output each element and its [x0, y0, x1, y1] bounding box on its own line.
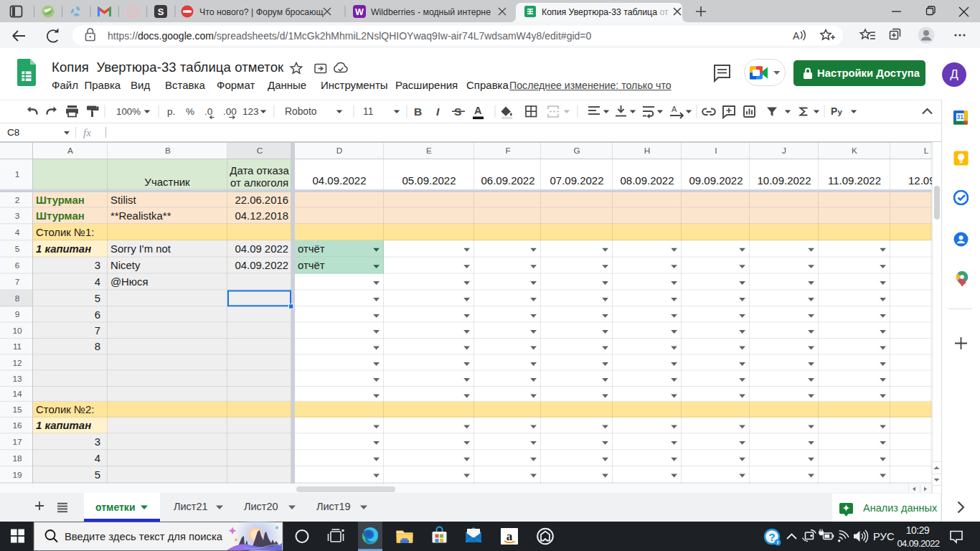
svg-text:Р: Р [831, 106, 837, 117]
svg-text:I: I [715, 146, 717, 156]
svg-text:11.09.2022: 11.09.2022 [828, 174, 881, 187]
svg-text:06.09.2022: 06.09.2022 [481, 174, 534, 187]
svg-text:**Realistka**: **Realistka** [110, 210, 171, 222]
svg-text:Wildberries - модный интерне: Wildberries - модный интерне [371, 7, 491, 17]
svg-text:Копия Увертюра-33 таблица от: Копия Увертюра-33 таблица от [542, 7, 669, 17]
svg-text:C8: C8 [7, 127, 19, 138]
svg-text:Roboto: Roboto [285, 106, 317, 117]
svg-text:H: H [644, 146, 651, 156]
svg-text:04.09.2022: 04.09.2022 [897, 538, 939, 549]
svg-text:8: 8 [15, 293, 20, 303]
svg-text:?: ? [768, 531, 775, 543]
svg-text:4: 4 [95, 276, 100, 288]
svg-text:7: 7 [15, 277, 20, 287]
svg-text:11: 11 [363, 106, 373, 117]
svg-text:K: K [852, 146, 857, 156]
svg-text:Штурман: Штурман [36, 194, 85, 206]
svg-text:B: B [414, 105, 422, 118]
svg-text:G: G [573, 146, 580, 156]
svg-text:S: S [158, 6, 164, 17]
svg-text:6: 6 [15, 260, 20, 270]
svg-text:123: 123 [242, 106, 259, 117]
svg-text:Штурман: Штурман [36, 210, 85, 222]
svg-text:07.09.2022: 07.09.2022 [550, 174, 603, 187]
svg-text:@Нюся: @Нюся [110, 276, 149, 288]
svg-text:A: A [793, 30, 800, 42]
svg-text:РУС: РУС [873, 531, 895, 542]
svg-text:10:29: 10:29 [906, 525, 930, 536]
svg-text:Дата отказа: Дата отказа [230, 164, 289, 176]
svg-text:fx: fx [83, 126, 91, 138]
svg-text:10: 10 [12, 326, 22, 336]
svg-text:18: 18 [12, 453, 22, 463]
svg-text:1: 1 [15, 169, 20, 179]
svg-text:3: 3 [15, 211, 20, 221]
svg-text:16: 16 [12, 420, 22, 430]
svg-text:C: C [257, 146, 263, 156]
svg-text:7: 7 [95, 325, 100, 336]
svg-text:Stilist: Stilist [110, 194, 136, 206]
svg-text:A: A [67, 146, 73, 156]
svg-text:L: L [924, 146, 929, 156]
svg-text:4: 4 [15, 227, 20, 237]
svg-text:I: I [436, 105, 440, 118]
svg-text:Участник: Участник [144, 176, 190, 188]
svg-text:04.12.2018: 04.12.2018 [235, 210, 288, 222]
svg-text:04.09.2022: 04.09.2022 [312, 174, 366, 187]
svg-text:04.09 2022: 04.09 2022 [235, 243, 288, 255]
svg-text:17: 17 [12, 437, 22, 447]
svg-text:A: A [474, 105, 482, 116]
svg-text:%: % [186, 106, 194, 117]
svg-text:Sorry I'm not: Sorry I'm not [110, 243, 171, 255]
svg-text:A: A [672, 105, 677, 113]
svg-text:100%: 100% [116, 106, 141, 117]
svg-text:10.09.2022: 10.09.2022 [757, 174, 811, 187]
svg-text:Что нового? | Форум бросающ: Что нового? | Форум бросающ [199, 7, 324, 17]
svg-text:от алкоголя: от алкоголя [230, 176, 288, 189]
svg-text:9: 9 [15, 309, 20, 319]
svg-text:14: 14 [12, 389, 22, 399]
svg-text:E: E [426, 146, 432, 156]
svg-text:B: B [165, 146, 171, 156]
svg-text:5: 5 [15, 244, 20, 254]
svg-text:1 капитан: 1 капитан [36, 420, 91, 431]
svg-text:отчёт: отчёт [298, 243, 325, 255]
svg-text:D: D [336, 146, 343, 156]
svg-text:Введите здесь текст для поиска: Введите здесь текст для поиска [65, 531, 223, 542]
svg-text:31: 31 [957, 113, 964, 121]
svg-text:04.09.2022: 04.09.2022 [235, 260, 288, 271]
svg-text:6: 6 [95, 309, 100, 321]
svg-text:5: 5 [95, 293, 100, 304]
svg-text:13: 13 [12, 374, 22, 384]
svg-text:8: 8 [95, 341, 100, 352]
svg-text:19: 19 [12, 470, 22, 480]
svg-text:F: F [505, 146, 510, 156]
svg-text:у: у [838, 108, 843, 116]
svg-text:Nicety: Nicety [110, 260, 141, 271]
svg-text:15: 15 [12, 405, 22, 415]
svg-text:.00: .00 [223, 106, 237, 117]
svg-text:11: 11 [13, 342, 22, 352]
svg-text:Столик №1:: Столик №1: [36, 227, 94, 238]
svg-text:3: 3 [95, 436, 100, 448]
svg-text:09.09.2022: 09.09.2022 [689, 174, 743, 187]
svg-text:05.09.2022: 05.09.2022 [402, 174, 456, 187]
svg-text:a: a [507, 529, 513, 543]
svg-text:Столик №2:: Столик №2: [36, 404, 94, 415]
svg-text:W: W [355, 7, 364, 17]
svg-text:J: J [782, 146, 786, 156]
svg-text:22.06.2016: 22.06.2016 [235, 194, 288, 206]
svg-text:5: 5 [95, 469, 100, 481]
svg-text:https://docs.google.com/spread: https://docs.google.com/spreadsheets/d/1… [108, 30, 591, 42]
svg-text:3: 3 [95, 260, 100, 271]
svg-text:1 капитан: 1 капитан [36, 243, 91, 255]
svg-text:р.: р. [167, 106, 175, 117]
svg-text:отчёт: отчёт [298, 260, 325, 271]
svg-text:08.09.2022: 08.09.2022 [620, 174, 674, 187]
svg-text:12: 12 [12, 358, 22, 368]
svg-text:4: 4 [95, 453, 100, 464]
svg-text:2: 2 [15, 195, 20, 205]
svg-text:.0: .0 [204, 106, 212, 117]
